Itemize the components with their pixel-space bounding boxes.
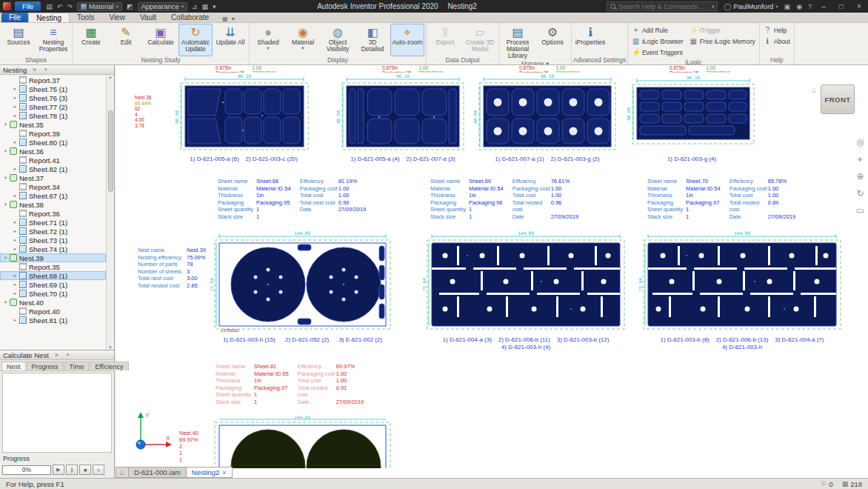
tree-item-sheet-72-1[interactable]: ▸Sheet.72 (1) — [0, 227, 106, 236]
tab-file[interactable]: File — [1, 13, 28, 22]
tree-item-report-39[interactable]: Report.39 — [0, 129, 106, 138]
tree-item-nest-38[interactable]: ▾Nest.38 — [0, 200, 106, 209]
undo-icon[interactable]: ↶ — [57, 3, 63, 10]
doc-tab-nesting2[interactable]: Nesting2× — [187, 467, 233, 478]
pan-icon[interactable]: ⌖ — [855, 153, 866, 164]
viewport[interactable]: 0.875inPackaging.951.0027/09/2019 0.875i… — [116, 65, 868, 478]
nest-sheet-mid-2[interactable]: 144.89 72.04 — [423, 231, 629, 333]
tree-item-sheet-80-1[interactable]: ▸Sheet.80 (1) — [0, 138, 106, 147]
expand-icon[interactable]: ▾ — [2, 299, 9, 305]
expand-icon[interactable]: ▾ — [2, 122, 9, 127]
run-button[interactable]: ▶ — [53, 465, 64, 475]
export-button[interactable]: ⇪Export — [428, 24, 462, 56]
tree-item-sheet-81-1[interactable]: ▸Sheet.81 (1) — [0, 316, 106, 325]
expand-icon[interactable]: ▸ — [12, 317, 19, 323]
expand-icon[interactable]: ▸ — [12, 104, 19, 110]
tab-vault[interactable]: Vault — [133, 13, 164, 22]
tab-nesting[interactable]: Nesting — [28, 13, 70, 22]
options-button[interactable]: ⚙Options — [535, 24, 570, 60]
pause-button[interactable]: ∥ — [66, 465, 78, 475]
tree-item-sheet-71-1[interactable]: ▸Sheet.71 (1) — [0, 218, 106, 227]
minimize-button[interactable]: – — [818, 2, 829, 10]
3d-detailed-button[interactable]: ◧3D Detailed — [355, 24, 390, 56]
appearance-icon[interactable]: ◩ — [127, 3, 133, 10]
close-icon[interactable]: × — [53, 351, 60, 359]
calc-tab-time[interactable]: Time — [64, 362, 90, 370]
tree-item-report-36[interactable]: Report.36 — [0, 209, 106, 218]
sources-button[interactable]: ▤Sources — [1, 24, 36, 56]
orbit-icon[interactable]: ↻ — [855, 187, 866, 199]
nest-sheet-mid-1[interactable]: 144.89 72.04 0.578003in — [210, 231, 395, 333]
doc-tab-d-621-000-iam[interactable]: D-621-000.iam — [129, 467, 187, 478]
home-icon[interactable]: ⌂ — [812, 86, 816, 94]
expand-icon[interactable]: ▸ — [12, 219, 19, 225]
tree-item-sheet-69-1[interactable]: ▸Sheet.69 (1) — [0, 280, 106, 289]
measure-icon[interactable]: ⊿ — [192, 3, 198, 10]
search-box[interactable]: ▾ — [607, 1, 718, 11]
expand-icon[interactable]: ▸ — [12, 113, 19, 119]
update-all-button[interactable]: ⇊Update All — [213, 24, 247, 56]
add-panel-icon[interactable]: + — [42, 66, 49, 73]
grid-icon[interactable]: ▦ — [202, 3, 209, 10]
nest-sheet-bottom[interactable]: 144.89 — [210, 416, 395, 468]
object-visibility-button[interactable]: ◍Object Visibility — [321, 24, 355, 56]
tree-item-nest-39[interactable]: ▾Nest.39 — [0, 253, 106, 262]
expand-icon[interactable]: ▾ — [2, 255, 9, 261]
add-panel-icon[interactable]: + — [64, 351, 71, 359]
view-cube[interactable]: FRONT — [821, 84, 855, 114]
expand-icon[interactable]: ▸ — [12, 193, 19, 199]
home-tab-icon[interactable]: ⌂ — [116, 467, 129, 478]
process-material-library-button[interactable]: ▤Process Material Library — [501, 24, 535, 60]
look-at-icon[interactable]: ▭ — [855, 204, 866, 216]
tree-item-sheet-78-1[interactable]: ▸Sheet.78 (1) — [0, 111, 106, 120]
close-icon[interactable]: × — [222, 469, 226, 476]
ilogic-browser-button[interactable]: ▥iLogic Browser — [630, 36, 685, 46]
save-icon[interactable]: ▤ — [46, 3, 53, 10]
close-icon[interactable]: × — [31, 66, 38, 73]
tree-item-report-41[interactable]: Report.41 — [0, 156, 106, 164]
tab-collaborate[interactable]: Collaborate — [164, 13, 216, 22]
expand-icon[interactable]: ▾ — [2, 148, 9, 154]
event-triggers-button[interactable]: ⚡Event Triggers — [630, 47, 685, 57]
help-icon[interactable]: ? — [808, 3, 812, 10]
expand-icon[interactable]: ▾ — [2, 175, 9, 181]
calculate-button[interactable]: ▣Calculate — [144, 24, 178, 56]
expand-icon[interactable]: ▸ — [12, 246, 19, 252]
tree-item-sheet-74-1[interactable]: ▸Sheet.74 (1) — [0, 245, 106, 253]
qat-dropdown-icon[interactable]: ▾ — [213, 3, 216, 10]
notification-bell-icon[interactable]: ◉ — [796, 3, 802, 10]
nest-sheet-top-2[interactable]: 96.16 48.08 — [336, 73, 470, 156]
expand-icon[interactable]: ▸ — [12, 282, 19, 287]
navigation-wheel-icon[interactable]: ◎ — [855, 136, 866, 147]
tree-item-sheet-67-1[interactable]: ▸Sheet.67 (1) — [0, 191, 106, 200]
about-button[interactable]: ℹAbout — [762, 36, 792, 46]
edit-button[interactable]: ✎Edit — [109, 24, 143, 56]
expand-icon[interactable]: ▾ — [2, 202, 9, 207]
expand-icon[interactable]: ▸ — [12, 139, 19, 145]
search-input[interactable] — [618, 3, 709, 10]
auto-zoom-button[interactable]: ⌖Auto-zoom — [390, 24, 424, 56]
nest-sheet-top-4[interactable]: 96.16 48.08 — [625, 76, 758, 150]
tree-item-report-40[interactable]: Report.40 — [0, 307, 106, 316]
create-button[interactable]: ▦Create — [74, 24, 108, 56]
expand-icon[interactable]: ▸ — [12, 237, 19, 243]
ribbon-collapse-icon[interactable]: ▾ — [232, 16, 235, 22]
expand-icon[interactable]: ▸ — [12, 95, 19, 101]
nest-sheet-top-3[interactable]: 96.16 48.08 — [473, 73, 621, 156]
expand-icon[interactable]: ▸ — [12, 166, 19, 172]
iproperties-button[interactable]: ℹiProperties — [573, 24, 607, 56]
file-menu-button[interactable]: File — [15, 1, 41, 11]
calc-tab-progress[interactable]: Progress — [27, 362, 64, 370]
stop-button[interactable]: ■ — [79, 465, 91, 475]
itrigger-button[interactable]: ⚡iTrigger — [688, 25, 757, 35]
cart-icon[interactable]: ▣ — [784, 3, 791, 10]
expand-icon[interactable]: ▸ — [12, 273, 19, 279]
tree-item-sheet-70-1[interactable]: ▸Sheet.70 (1) — [0, 289, 106, 298]
redo-icon[interactable]: ↷ — [67, 3, 73, 10]
add-rule-button[interactable]: +Add Rule — [630, 25, 685, 35]
free-ilogic-memory-button[interactable]: ▦Free iLogic Memory — [688, 36, 757, 46]
maximize-button[interactable]: □ — [835, 2, 847, 10]
tab-view[interactable]: View — [101, 13, 133, 22]
tree-item-sheet-68-1[interactable]: ▸Sheet.68 (1) — [0, 271, 106, 280]
material-button[interactable]: ◉Material▾ — [286, 24, 320, 56]
